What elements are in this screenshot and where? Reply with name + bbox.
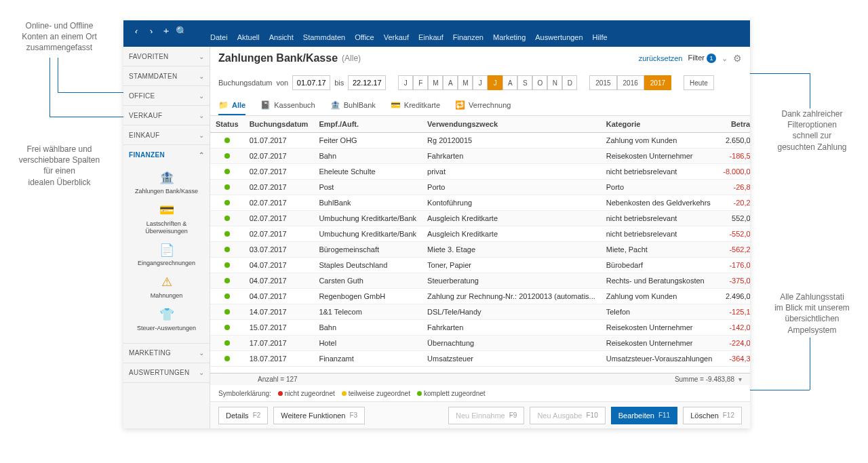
sidebar-verkauf[interactable]: VERKAUF⌄ [123,106,210,125]
reset-link[interactable]: zurücksetzen [639,54,683,62]
menu-ansicht[interactable]: Ansicht [269,33,294,41]
table-row[interactable]: 04.07.2017Regenbogen GmbHZahlung zur Rec… [210,289,750,304]
menu-verkauf[interactable]: Verkauf [384,33,409,41]
tab-verrechnung[interactable]: 🔁Verrechnung [455,96,511,115]
table-scroll[interactable]: Status Buchungsdatum Empf./Auft. Verwend… [210,116,750,373]
menu-finanzen[interactable]: Finanzen [453,33,484,41]
menubar: Datei Aktuell Ansicht Stammdaten Office … [123,33,750,47]
status-dot-icon [224,356,230,361]
chevron-up-icon: ⌃ [199,151,204,159]
month-button-4[interactable]: M [458,75,473,90]
legend-row: Symbolerklärung: nicht zugeordnet teilwe… [210,385,750,401]
sidebar-office[interactable]: OFFICE⌄ [123,86,210,105]
tab-alle[interactable]: 📁Alle [218,96,245,115]
sidebar-einkauf[interactable]: EINKAUF⌄ [123,125,210,144]
table-row[interactable]: 03.07.2017BürogemeinschaftMiete 3. Etage… [210,242,750,258]
table-row[interactable]: 04.07.2017Staples DeutschlandToner, Papi… [210,258,750,273]
col-kategorie[interactable]: Kategorie [601,116,718,133]
menu-einkauf[interactable]: Einkauf [418,33,443,41]
chevron-down-icon[interactable]: ⌄ [722,54,728,63]
year-button-2015[interactable]: 2015 [589,75,616,90]
new-expense-button[interactable]: Neu AusgabeF10 [530,407,605,424]
date-to-input[interactable] [348,75,386,90]
chevron-down-icon: ⌄ [199,349,204,357]
legend-label: Symbolerklärung: [218,390,271,397]
payments-table: Status Buchungsdatum Empf./Auft. Verwend… [210,116,750,367]
legend-item: nicht zugeordnet [278,390,335,397]
month-button-6[interactable]: J [488,75,502,90]
tab-icon: 🔁 [455,100,465,110]
menu-aktuell[interactable]: Aktuell [237,33,260,41]
table-row[interactable]: 02.07.2017PostPortoPorto-26,80 [210,180,750,195]
page-header: Zahlungen Bank/Kasse (Alle) zurücksetzen… [210,47,750,70]
table-row[interactable]: 02.07.2017BuhlBankKontoführungNebenkoste… [210,195,750,211]
sidebar-item-zahlungen[interactable]: 🏦Zahlungen Bank/Kasse [123,167,210,199]
menu-marketing[interactable]: Marketing [493,33,526,41]
today-button[interactable]: Heute [684,75,714,90]
table-row[interactable]: 14.07.20171&1 TelecomDSL/Tele/HandyTelef… [210,304,750,320]
sidebar-stammdaten[interactable]: STAMMDATEN⌄ [123,66,210,85]
col-zweck[interactable]: Verwendungszweck [422,116,601,133]
menu-stammdaten[interactable]: Stammdaten [303,33,345,41]
sidebar-marketing[interactable]: MARKETING⌄ [123,344,210,363]
month-button-9[interactable]: O [532,75,547,90]
dropdown-icon[interactable]: ▾ [738,376,742,383]
col-buchungsdatum[interactable]: Buchungsdatum [244,116,314,133]
table-row[interactable]: 02.07.2017Umbuchung Kreditkarte/BankAusg… [210,226,750,242]
table-row[interactable]: 02.07.2017Eheleute Schulteprivatnicht be… [210,164,750,180]
menu-office[interactable]: Office [355,33,374,41]
table-row[interactable]: 18.07.2017FinanzamtUmsatzsteuerUmsatzste… [210,351,750,367]
table-row[interactable]: 02.07.2017BahnFahrkartenReisekosten Unte… [210,148,750,164]
sidebar-item-steuer[interactable]: 👕Steuer-Auswertungen [123,304,210,336]
table-row[interactable]: 04.07.2017Carsten GuthSteuerberatungRech… [210,273,750,289]
von-label: von [277,79,289,87]
count-label: Anzahl = 127 [258,376,298,383]
warning-icon: ⚠ [157,275,176,290]
gear-icon[interactable]: ⚙ [733,53,742,64]
annotation-4: Alle Zahlungsstati im Blick mit unserem … [760,291,865,336]
menu-hilfe[interactable]: Hilfe [593,33,608,41]
month-button-10[interactable]: N [547,75,562,90]
year-button-2016[interactable]: 2016 [617,75,644,90]
edit-button[interactable]: BearbeitenF11 [611,407,677,424]
sidebar-item-mahnungen[interactable]: ⚠Mahnungen [123,271,210,304]
menu-auswertungen[interactable]: Auswertungen [535,33,583,41]
col-empf[interactable]: Empf./Auft. [313,116,422,133]
delete-button[interactable]: LöschenF12 [683,407,742,424]
tab-kassenbuch[interactable]: 📓Kassenbuch [260,96,315,115]
red-dot-icon [278,391,283,396]
sidebar-favoriten[interactable]: FAVORITEN⌄ [123,47,210,66]
month-button-3[interactable]: A [443,75,458,90]
filter-label[interactable]: Filter 1 [688,54,716,63]
col-status[interactable]: Status [210,116,244,133]
tab-buhlbank[interactable]: 🏦BuhlBank [330,96,376,115]
year-button-2017[interactable]: 2017 [644,75,671,90]
status-dot-icon [224,262,230,268]
month-button-7[interactable]: A [502,75,517,90]
status-dot-icon [224,138,230,143]
sidebar-item-eingangsrechnungen[interactable]: 📄Eingangsrechnungen [123,239,210,271]
date-from-input[interactable] [292,75,330,90]
new-income-button[interactable]: Neu EinnahmeF9 [448,407,524,424]
status-dot-icon [224,325,230,330]
sidebar: FAVORITEN⌄ STAMMDATEN⌄ OFFICE⌄ VERKAUF⌄ … [123,47,210,428]
sidebar-item-lastschriften[interactable]: 💳Lastschriften & Überweisungen [123,199,210,239]
month-button-11[interactable]: D [562,75,577,90]
month-button-5[interactable]: J [473,75,488,90]
table-row[interactable]: 01.07.2017Feiter OHGRg 20120015Zahlung v… [210,133,750,148]
status-dot-icon [224,309,230,315]
table-row[interactable]: 02.07.2017Umbuchung Kreditkarte/BankAusg… [210,211,750,226]
col-betrag[interactable]: Betrag [717,116,750,133]
sidebar-finanzen[interactable]: FINANZEN⌃ [123,145,210,164]
tab-kreditkarte[interactable]: 💳Kreditkarte [391,96,440,115]
menu-datei[interactable]: Datei [210,33,228,41]
month-button-0[interactable]: J [398,75,413,90]
sidebar-auswertungen[interactable]: AUSWERTUNGEN⌄ [123,363,210,382]
details-button[interactable]: DetailsF2 [218,407,268,424]
table-row[interactable]: 15.07.2017BahnFahrkartenReisekosten Unte… [210,320,750,336]
month-button-1[interactable]: F [413,75,428,90]
month-button-2[interactable]: M [428,75,443,90]
more-functions-button[interactable]: Weitere FunktionenF3 [273,407,365,424]
month-button-8[interactable]: S [517,75,532,90]
table-row[interactable]: 17.07.2017HotelÜbernachtungReisekosten U… [210,336,750,351]
